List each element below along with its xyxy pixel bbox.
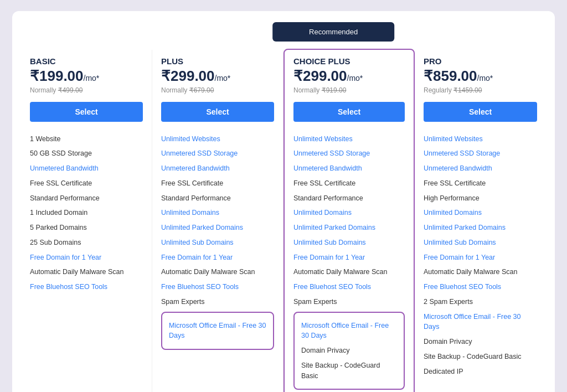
feature-item: Automatic Daily Malware Scan — [293, 265, 405, 280]
feature-item: 2 Spam Experts — [424, 295, 537, 310]
plan-normally-basic: Normally ₹499.00 — [30, 86, 143, 94]
feature-item: Free Domain for 1 Year — [161, 250, 274, 265]
feature-item: Unmetered Bandwidth — [161, 161, 274, 176]
feature-item: Free Domain for 1 Year — [30, 250, 143, 265]
plan-price-pro: ₹859.00/mo* — [424, 68, 537, 84]
plan-normally-plus: Normally ₹679.00 — [161, 86, 274, 94]
plan-name-pro: PRO — [424, 56, 537, 66]
features-list-choice-plus: Unlimited WebsitesUnmetered SSD StorageU… — [293, 132, 405, 390]
feature-item: Free Bluehost SEO Tools — [161, 280, 274, 295]
recommended-badge: Recommended — [272, 22, 394, 42]
plan-price-basic: ₹199.00/mo* — [30, 68, 143, 84]
feature-item: Unlimited Websites — [293, 132, 405, 147]
feature-item: 5 Parked Domains — [30, 220, 143, 235]
feature-item: Unmetered SSD Storage — [293, 146, 405, 161]
feature-item: Automatic Daily Malware Scan — [424, 265, 537, 280]
feature-item: 1 Included Domain — [30, 205, 143, 220]
plan-normally-choice-plus: Normally ₹919.00 — [293, 86, 405, 94]
feature-item: Unlimited Domains — [293, 205, 405, 220]
feature-item: Free Domain for 1 Year — [293, 250, 405, 265]
feature-item: Site Backup - CodeGuard Basic — [424, 349, 537, 364]
features-list-pro: Unlimited WebsitesUnmetered SSD StorageU… — [424, 132, 537, 379]
features-list-plus: Unlimited WebsitesUnmetered SSD StorageU… — [161, 132, 274, 350]
feature-item: Microsoft Office Email - Free 30 Days — [424, 310, 537, 335]
feature-item: Unmetered SSD Storage — [161, 146, 274, 161]
highlighted-feature-item: Microsoft Office Email - Free 30 Days — [301, 318, 397, 344]
feature-item: Automatic Daily Malware Scan — [161, 265, 274, 280]
feature-item: Unlimited Parked Domains — [161, 220, 274, 235]
feature-item: Unlimited Domains — [424, 205, 537, 220]
select-button-choice-plus[interactable]: Select — [293, 102, 405, 122]
plan-plus: PLUS₹299.00/mo*Normally ₹679.00SelectUnl… — [152, 50, 284, 392]
feature-item: 50 GB SSD Storage — [30, 146, 143, 161]
feature-item: Unlimited Sub Domains — [293, 235, 405, 250]
plan-name-basic: BASIC — [30, 56, 143, 66]
highlighted-feature-item: Site Backup - CodeGuard Basic — [301, 358, 397, 384]
plan-name-choice-plus: CHOICE PLUS — [293, 56, 405, 66]
highlighted-box-plus: Microsoft Office Email - Free 30 Days — [161, 312, 274, 350]
plan-basic: BASIC₹199.00/mo*Normally ₹499.00Select1 … — [21, 50, 152, 392]
plan-pro: PRO₹859.00/mo*Regularly ₹1459.00SelectUn… — [415, 50, 546, 392]
feature-item: Unlimited Sub Domains — [161, 235, 274, 250]
feature-item: Free Bluehost SEO Tools — [293, 280, 405, 295]
feature-item: Standard Performance — [161, 191, 274, 206]
feature-item: Unlimited Parked Domains — [293, 220, 405, 235]
pricing-container: Recommended BASIC₹199.00/mo*Normally ₹49… — [12, 11, 555, 392]
feature-item: Free Bluehost SEO Tools — [424, 280, 537, 295]
feature-item: Free SSL Certificate — [293, 176, 405, 191]
plan-price-choice-plus: ₹299.00/mo* — [293, 68, 405, 84]
feature-item: Spam Experts — [293, 295, 405, 310]
plan-price-plus: ₹299.00/mo* — [161, 68, 274, 84]
feature-item: 25 Sub Domains — [30, 235, 143, 250]
select-button-plus[interactable]: Select — [161, 102, 274, 122]
feature-item: 1 Website — [30, 132, 143, 147]
features-list-basic: 1 Website50 GB SSD StorageUnmetered Band… — [30, 132, 143, 295]
plan-choice-plus: CHOICE PLUS₹299.00/mo*Normally ₹919.00Se… — [284, 49, 415, 392]
feature-item: Free Domain for 1 Year — [424, 250, 537, 265]
feature-item: Standard Performance — [293, 191, 405, 206]
feature-item: Dedicated IP — [424, 364, 537, 379]
feature-item: Unlimited Websites — [424, 132, 537, 147]
feature-item: Unlimited Domains — [161, 205, 274, 220]
feature-item: Unlimited Websites — [161, 132, 274, 147]
feature-item: Unmetered Bandwidth — [424, 161, 537, 176]
feature-item: Standard Performance — [30, 191, 143, 206]
highlighted-feature-item: Domain Privacy — [301, 343, 397, 358]
feature-item: High Performance — [424, 191, 537, 206]
feature-item: Free SSL Certificate — [30, 176, 143, 191]
feature-item: Free SSL Certificate — [424, 176, 537, 191]
select-button-pro[interactable]: Select — [424, 102, 537, 122]
highlighted-feature-item: Microsoft Office Email - Free 30 Days — [169, 318, 266, 344]
feature-item: Unlimited Parked Domains — [424, 220, 537, 235]
feature-item: Domain Privacy — [424, 334, 537, 349]
plan-normally-pro: Regularly ₹1459.00 — [424, 86, 537, 94]
feature-item: Unmetered Bandwidth — [293, 161, 405, 176]
feature-item: Free SSL Certificate — [161, 176, 274, 191]
highlighted-box-choice-plus: Microsoft Office Email - Free 30 DaysDom… — [293, 312, 405, 390]
plan-name-plus: PLUS — [161, 56, 274, 66]
feature-item: Unmetered SSD Storage — [424, 146, 537, 161]
feature-item: Automatic Daily Malware Scan — [30, 265, 143, 280]
feature-item: Unlimited Sub Domains — [424, 235, 537, 250]
select-button-basic[interactable]: Select — [30, 102, 143, 122]
feature-item: Unmetered Bandwidth — [30, 161, 143, 176]
feature-item: Spam Experts — [161, 295, 274, 310]
feature-item: Free Bluehost SEO Tools — [30, 280, 143, 295]
plans-grid: BASIC₹199.00/mo*Normally ₹499.00Select1 … — [21, 50, 546, 392]
